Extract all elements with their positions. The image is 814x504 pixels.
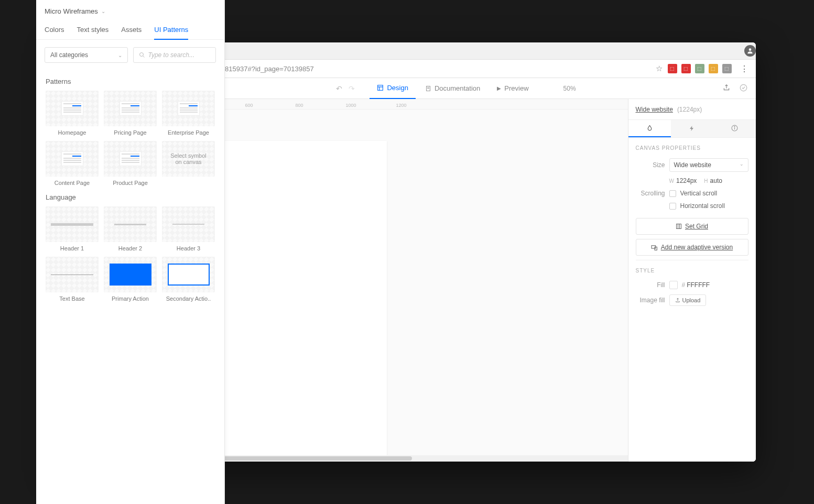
extension-icon[interactable]: ⬚ bbox=[681, 64, 691, 73]
size-label: Size bbox=[636, 161, 665, 169]
menu-icon[interactable]: ⋮ bbox=[737, 64, 752, 74]
document-icon bbox=[425, 85, 431, 92]
pattern-item[interactable]: Homepage bbox=[59, 99, 99, 136]
language-item[interactable]: Header 3 bbox=[162, 206, 215, 251]
extension-icon[interactable]: ⬚ bbox=[668, 64, 677, 73]
library-content: Patterns Homepage Pricing Page Enterpris… bbox=[59, 99, 225, 462]
svg-point-0 bbox=[748, 48, 751, 51]
bolt-icon bbox=[689, 125, 695, 132]
fill-swatch[interactable] bbox=[669, 281, 678, 289]
preview-tab[interactable]: ▶ Preview bbox=[490, 78, 536, 99]
chevron-down-icon: ⌄ bbox=[740, 161, 744, 169]
image-fill-label: Image fill bbox=[636, 297, 665, 304]
design-icon bbox=[377, 84, 384, 91]
pattern-item[interactable]: Product Page bbox=[104, 141, 157, 186]
extension-icons: ⬚ ⬚ ⬚ ⬚ ⬚ bbox=[668, 64, 732, 73]
play-icon: ▶ bbox=[497, 85, 501, 91]
vertical-scroll-checkbox[interactable]: Vertical scroll bbox=[669, 190, 718, 197]
share-icon[interactable] bbox=[723, 84, 730, 93]
horizontal-scroll-checkbox[interactable]: Horizontal scroll bbox=[669, 202, 725, 210]
language-item[interactable]: Header 1 bbox=[59, 206, 99, 251]
redo-icon[interactable]: ↷ bbox=[349, 84, 355, 93]
documentation-tab[interactable]: Documentation bbox=[418, 78, 487, 99]
svg-point-7 bbox=[740, 84, 747, 91]
app-body: Aa F ⋯ 0 200 400 600 800 1000 1 bbox=[59, 99, 756, 462]
style-title: STYLE bbox=[636, 268, 748, 273]
extension-icon[interactable]: ⬚ bbox=[695, 64, 704, 73]
set-grid-button[interactable]: Set Grid bbox=[636, 218, 748, 235]
star-icon[interactable]: ☆ bbox=[656, 64, 663, 73]
grid-icon bbox=[676, 223, 682, 229]
svg-rect-1 bbox=[378, 85, 383, 91]
extension-icon[interactable]: ⬚ bbox=[722, 64, 732, 73]
language-grid: Header 1 Header 2 Header 3 Text Base Pri… bbox=[59, 206, 215, 302]
canvas-properties: CANVAS PROPERTIES Size Wide website⌄ W12… bbox=[628, 138, 756, 319]
undo-icon[interactable]: ↶ bbox=[336, 84, 342, 93]
check-icon[interactable] bbox=[740, 84, 747, 93]
design-tab[interactable]: Design bbox=[370, 78, 415, 99]
breakpoint-selector[interactable]: Wide website (1224px) bbox=[628, 99, 756, 120]
svg-rect-32 bbox=[676, 224, 681, 229]
tab-properties[interactable] bbox=[628, 120, 671, 137]
svg-point-31 bbox=[734, 126, 734, 127]
profile-icon[interactable] bbox=[744, 45, 756, 57]
height-input[interactable]: Hauto bbox=[704, 177, 722, 184]
info-icon bbox=[731, 125, 738, 132]
canvas-properties-title: CANVAS PROPERTIES bbox=[636, 145, 748, 151]
patterns-grid: Homepage Pricing Page Enterprise Page Co… bbox=[59, 99, 215, 186]
responsive-icon bbox=[651, 244, 658, 251]
extension-icon[interactable]: ⬚ bbox=[709, 64, 718, 73]
language-item[interactable]: Text Base bbox=[59, 257, 99, 302]
add-adaptive-button[interactable]: Add new adaptive version bbox=[636, 239, 748, 256]
topbar-right bbox=[723, 84, 752, 93]
size-select[interactable]: Wide website⌄ bbox=[669, 158, 748, 172]
tab-interactions[interactable] bbox=[671, 120, 713, 137]
tab-info[interactable] bbox=[713, 120, 756, 137]
browser-window: Microframe - UXPin × ← → ⟳ Secure | bbox=[59, 42, 756, 462]
topbar-center: ↶ ↷ Design Documentation ▶ Preview 50% bbox=[199, 78, 723, 99]
scrolling-label: Scrolling bbox=[636, 190, 665, 197]
pattern-item[interactable]: Enterprise Page bbox=[162, 99, 215, 136]
properties-tabs bbox=[628, 120, 756, 138]
undo-redo: ↶ ↷ bbox=[336, 84, 355, 93]
pattern-item[interactable]: Content Page bbox=[59, 141, 99, 186]
language-item[interactable]: Secondary Actio.. bbox=[162, 257, 215, 302]
fill-label: Fill bbox=[636, 281, 665, 289]
upload-button[interactable]: Upload bbox=[669, 294, 707, 306]
pattern-item-empty[interactable]: Select symbol on canvas bbox=[162, 141, 215, 186]
properties-panel: Wide website (1224px) CANVAS PROPERTIES … bbox=[628, 99, 756, 462]
upload-icon bbox=[675, 298, 680, 303]
drop-icon bbox=[646, 125, 653, 132]
library-panel: Micro Wireframes ⌄ Colors Text styles As… bbox=[59, 99, 225, 462]
language-item[interactable]: Primary Action bbox=[104, 257, 157, 302]
language-item[interactable]: Header 2 bbox=[104, 206, 157, 251]
fill-input[interactable]: #FFFFFF bbox=[682, 281, 710, 289]
width-input[interactable]: W1224px bbox=[669, 177, 697, 184]
section-language: Language bbox=[59, 186, 215, 206]
zoom-level[interactable]: 50% bbox=[554, 85, 585, 92]
pattern-item[interactable]: Pricing Page bbox=[104, 99, 157, 136]
